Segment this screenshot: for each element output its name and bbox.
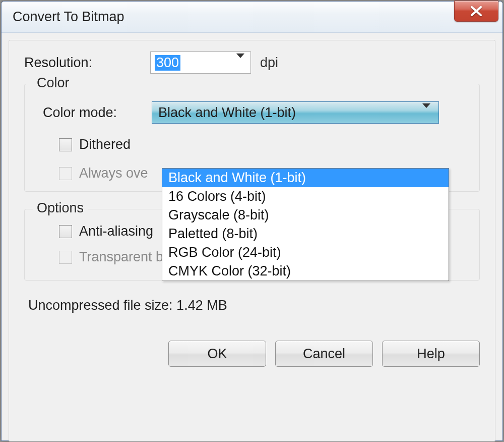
color-mode-option[interactable]: Grayscale (8-bit): [162, 206, 449, 225]
color-mode-selected: Black and White (1-bit): [158, 105, 296, 121]
button-row: OK Cancel Help: [24, 341, 480, 367]
color-mode-option[interactable]: Black and White (1-bit): [162, 169, 449, 187]
ok-button[interactable]: OK: [168, 341, 266, 367]
chevron-down-icon: [422, 108, 430, 117]
resolution-value: 300: [155, 55, 180, 71]
titlebar: Convert To Bitmap: [2, 2, 502, 33]
color-mode-label: Color mode:: [43, 105, 152, 121]
resolution-combobox[interactable]: 300: [150, 51, 251, 74]
options-legend: Options: [33, 200, 88, 216]
resolution-row: Resolution: 300 dpi: [24, 51, 480, 74]
filesize-text: Uncompressed file size: 1.42 MB: [28, 298, 480, 313]
color-mode-combobox[interactable]: Black and White (1-bit): [152, 101, 439, 124]
dithered-label: Dithered: [79, 137, 131, 152]
color-mode-dropdown[interactable]: Black and White (1-bit)16 Colors (4-bit)…: [162, 168, 449, 281]
color-mode-option[interactable]: 16 Colors (4-bit): [162, 187, 449, 206]
color-mode-option[interactable]: RGB Color (24-bit): [162, 243, 449, 262]
dialog-window: Convert To Bitmap Resolution: 300 dpi Co…: [1, 1, 503, 441]
antialias-checkbox[interactable]: [59, 225, 72, 238]
chevron-down-icon: [236, 58, 244, 67]
overprint-checkbox: [59, 167, 72, 180]
window-title: Convert To Bitmap: [13, 9, 124, 25]
color-legend: Color: [33, 75, 74, 91]
resolution-unit: dpi: [260, 55, 278, 71]
dithered-checkbox[interactable]: [59, 138, 72, 151]
dialog-body: Resolution: 300 dpi Color Color mode: Bl…: [9, 40, 495, 441]
antialias-label: Anti-aliasing: [79, 224, 153, 239]
color-mode-option[interactable]: CMYK Color (32-bit): [162, 262, 449, 281]
close-button[interactable]: [454, 1, 498, 22]
cancel-button[interactable]: Cancel: [275, 341, 373, 367]
overprint-label: Always ove: [79, 165, 148, 181]
dithered-checkbox-row: Dithered: [59, 137, 468, 152]
help-button[interactable]: Help: [382, 341, 480, 367]
resolution-label: Resolution:: [24, 55, 150, 71]
color-mode-option[interactable]: Paletted (8-bit): [162, 225, 449, 243]
close-icon: [470, 6, 483, 17]
transparent-checkbox: [59, 251, 72, 264]
